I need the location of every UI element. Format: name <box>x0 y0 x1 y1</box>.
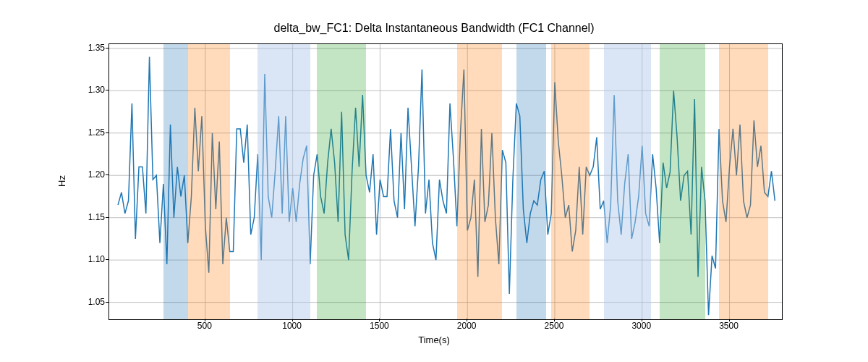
plot-area <box>109 43 783 320</box>
span-band <box>163 44 188 319</box>
y-tick: 1.15 <box>88 212 105 222</box>
x-tick: 3000 <box>631 321 651 331</box>
x-tick: 1500 <box>370 321 389 331</box>
y-tick: 1.10 <box>88 254 105 264</box>
x-axis-label: Time(s) <box>0 334 868 345</box>
x-tick: 1000 <box>282 321 302 331</box>
chart-title: delta_bw_FC1: Delta Instantaneous Bandwi… <box>0 22 868 35</box>
span-band <box>551 44 590 319</box>
y-tick: 1.35 <box>88 43 105 53</box>
span-band <box>457 44 503 319</box>
span-band <box>604 44 626 319</box>
y-axis-label: Hz <box>56 175 67 187</box>
x-tick: 2000 <box>457 321 477 331</box>
y-tick: 1.30 <box>88 85 105 95</box>
span-band <box>258 44 282 319</box>
span-band <box>317 44 366 319</box>
y-tick: 1.20 <box>88 169 105 180</box>
span-band <box>188 44 230 319</box>
span-band <box>719 44 768 319</box>
span-band <box>516 44 546 319</box>
span-band <box>282 44 310 319</box>
x-tick: 500 <box>197 321 212 331</box>
x-tick: 2500 <box>545 321 564 331</box>
span-band <box>660 44 705 319</box>
y-tick: 1.05 <box>88 297 105 307</box>
y-tick: 1.25 <box>88 127 105 138</box>
span-band <box>626 44 651 319</box>
figure: delta_bw_FC1: Delta Instantaneous Bandwi… <box>0 0 868 362</box>
x-tick: 3500 <box>719 321 739 331</box>
